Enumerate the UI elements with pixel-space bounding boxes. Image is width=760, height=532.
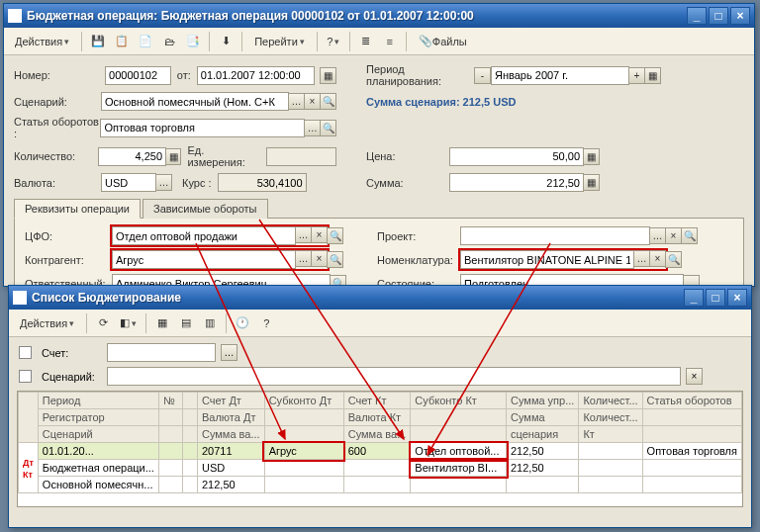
tool-icon-7[interactable]: ≡ <box>379 31 401 52</box>
help-icon-2[interactable]: ? <box>255 312 277 334</box>
currency-input[interactable] <box>101 173 156 192</box>
nomenclature-select-button[interactable]: … <box>633 250 650 267</box>
scenario-search-icon[interactable]: 🔍 <box>320 93 336 110</box>
rate-label: Курс : <box>182 177 212 189</box>
project-input[interactable] <box>460 226 650 245</box>
cfo-input[interactable] <box>112 226 296 245</box>
help-icon[interactable]: ? <box>323 31 344 52</box>
sum-input[interactable] <box>449 173 584 192</box>
nomenclature-input[interactable] <box>460 250 634 269</box>
contragent-label: Контрагент: <box>25 254 112 266</box>
form-body: Номер: от: ▦ Период планирования: - + ▦ … <box>4 55 754 312</box>
account-label: Счет: <box>42 347 101 359</box>
scenario-clear-button[interactable]: × <box>304 93 321 110</box>
tab-requisites[interactable]: Реквизиты операции <box>14 199 141 219</box>
dtkt-icon: ДтКт <box>23 458 34 480</box>
account-checkbox[interactable] <box>19 346 32 359</box>
header-row-1: Период№Счет ДтСубконто ДтСчет КтСубконто… <box>19 393 742 409</box>
tool2-icon-3[interactable]: ▤ <box>175 312 197 334</box>
date-input[interactable] <box>197 66 316 85</box>
window-title: Бюджетная операция: Бюджетная операция 0… <box>27 9 685 23</box>
tool-icon-2[interactable]: 📄 <box>135 31 156 52</box>
close-button[interactable]: × <box>730 7 750 25</box>
number-input[interactable] <box>105 66 171 85</box>
cfo-select-button[interactable]: … <box>295 226 312 243</box>
scenario-select-button[interactable]: … <box>288 93 305 110</box>
actions-menu-2[interactable]: Действия <box>13 312 81 334</box>
period-calendar-icon[interactable]: ▦ <box>644 67 661 84</box>
qty-calc-icon[interactable]: ▦ <box>165 148 181 165</box>
tool-icon-1[interactable]: 📋 <box>111 31 133 52</box>
tool2-icon-2[interactable]: ▦ <box>151 312 173 334</box>
article-label: Статья оборотов : <box>14 116 100 139</box>
contragent-input[interactable] <box>112 250 296 269</box>
refresh-icon[interactable]: ⟳ <box>92 312 114 334</box>
price-label: Цена: <box>366 150 449 162</box>
table-row: Бюджетная операци...USDВентилятор BI...2… <box>19 460 742 477</box>
cfo-label: ЦФО: <box>25 230 112 242</box>
maximize-button[interactable]: □ <box>709 7 728 25</box>
tool2-icon-4[interactable]: ▥ <box>199 312 221 334</box>
project-search-icon[interactable]: 🔍 <box>681 227 698 244</box>
project-select-button[interactable]: … <box>649 227 666 244</box>
period-next-button[interactable]: + <box>628 67 645 84</box>
header-row-2: РегистраторВалюта ДтВалюта КтСуммаКоличе… <box>19 409 742 426</box>
price-calc-icon[interactable]: ▦ <box>583 148 600 165</box>
table-row: Основной помесячн...212,50 <box>19 477 742 493</box>
cfo-clear-button[interactable]: × <box>311 226 328 243</box>
account-input[interactable] <box>107 343 216 362</box>
save-icon[interactable]: 💾 <box>87 31 109 52</box>
files-menu[interactable]: 📎 Файлы <box>412 31 474 52</box>
qty-input[interactable] <box>98 147 166 166</box>
goto-menu[interactable]: Перейти <box>247 31 312 52</box>
scenario-checkbox[interactable] <box>19 370 32 383</box>
maximize-button-2[interactable]: □ <box>706 289 725 307</box>
cell-agrus: Агрус <box>264 443 343 460</box>
tool-icon-6[interactable]: ≣ <box>355 31 377 52</box>
scenario-input[interactable] <box>101 92 289 111</box>
scenario-filter-clear[interactable]: × <box>686 368 703 385</box>
contragent-search-icon[interactable]: 🔍 <box>327 251 343 268</box>
price-input[interactable] <box>449 147 584 166</box>
minimize-button-2[interactable]: _ <box>684 289 704 307</box>
period-input[interactable] <box>491 66 629 85</box>
contragent-select-button[interactable]: … <box>295 250 312 267</box>
currency-select-button[interactable]: … <box>155 174 172 191</box>
article-input[interactable] <box>100 119 305 137</box>
tab-dependent[interactable]: Зависимые обороты <box>142 199 268 219</box>
scenario-label: Сценарий: <box>14 96 101 108</box>
scenario-filter-input[interactable] <box>107 367 681 386</box>
article-select-button[interactable]: … <box>304 120 321 136</box>
sum-label: Сумма: <box>366 177 449 189</box>
budget-operation-window: Бюджетная операция: Бюджетная операция 0… <box>3 3 755 287</box>
header-row-3: СценарийСумма ва...Сумма ва...сценарияКт <box>19 426 742 443</box>
contragent-clear-button[interactable]: × <box>311 250 328 267</box>
article-search-icon[interactable]: 🔍 <box>320 120 336 136</box>
project-clear-button[interactable]: × <box>665 227 682 244</box>
unit-input <box>266 147 336 166</box>
tool-icon-5[interactable]: ⬇ <box>215 31 237 52</box>
toolbar: Действия 💾 📋 📄 🗁 📑 ⬇ Перейти ? ≣ ≡ 📎 Фай… <box>4 28 754 55</box>
minimize-button[interactable]: _ <box>687 7 707 25</box>
scenario-filter-label: Сценарий: <box>42 371 101 383</box>
cfo-search-icon[interactable]: 🔍 <box>327 227 343 244</box>
project-label: Проект: <box>377 230 460 242</box>
calendar-icon[interactable]: ▦ <box>320 67 336 84</box>
actions-menu[interactable]: Действия <box>8 31 76 52</box>
nomenclature-label: Номенклатура: <box>377 254 460 266</box>
tool2-icon-1[interactable]: ◧ <box>116 312 141 334</box>
close-button-2[interactable]: × <box>727 289 747 307</box>
nomenclature-clear-button[interactable]: × <box>649 250 666 267</box>
grid[interactable]: Период№Счет ДтСубконто ДтСчет КтСубконто… <box>17 391 743 507</box>
window-title-2: Список Бюджетирование <box>32 291 682 305</box>
tool-icon-3[interactable]: 🗁 <box>158 31 180 52</box>
nomenclature-search-icon[interactable]: 🔍 <box>665 251 682 268</box>
sum-calc-icon[interactable]: ▦ <box>583 174 600 191</box>
titlebar-2[interactable]: Список Бюджетирование _ □ × <box>9 286 751 310</box>
tool-icon-4[interactable]: 📑 <box>182 31 204 52</box>
tool2-icon-5[interactable]: 🕐 <box>232 312 253 334</box>
titlebar[interactable]: Бюджетная операция: Бюджетная операция 0… <box>4 4 754 28</box>
number-label: Номер: <box>14 69 99 81</box>
period-prev-button[interactable]: - <box>474 67 491 84</box>
account-select-button[interactable]: … <box>221 344 238 361</box>
